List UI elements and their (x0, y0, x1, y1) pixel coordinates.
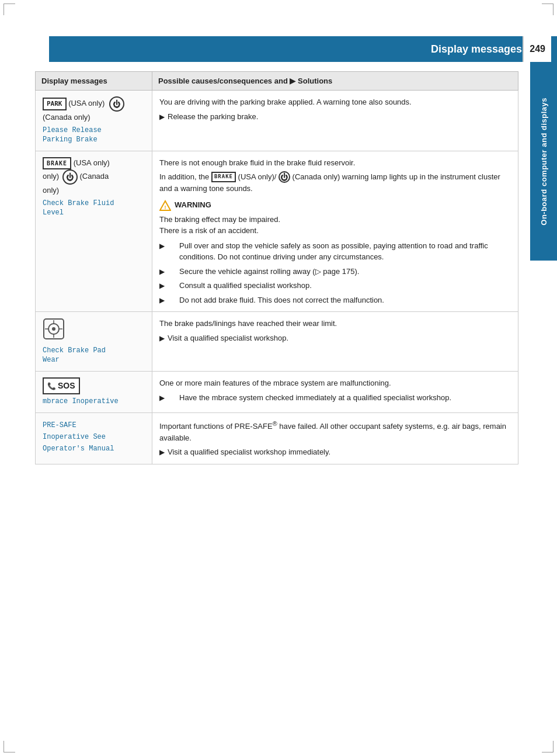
table-row: Check Brake PadWear The brake pads/linin… (36, 312, 518, 372)
warning-triangle-icon: ! (159, 200, 171, 211)
brake-bullet-2: ▶ Secure the vehicle against rolling awa… (159, 266, 511, 278)
brake-bullet-1: ▶ Pull over and stop the vehicle safely … (159, 240, 511, 263)
warning-block: ! WARNING (159, 199, 511, 211)
brake-inline-badge: BRAKE (211, 172, 236, 182)
park-canada-label: (Canada only) (43, 113, 90, 122)
brake-only-label: only) (43, 172, 59, 181)
park-usa-label: (USA only) (68, 99, 105, 107)
arrow-icon: ▶ (159, 280, 165, 291)
presafe-solutions-cell: Important functions of PRE-SAFE® have fa… (152, 413, 518, 464)
table-row: 📞 SOS mbrace Inoperative One or more mai… (36, 372, 518, 413)
sos-desc: One or more main features of the mbrace … (159, 377, 511, 389)
brake-bullet-3: ▶ Consult a qualified specialist worksho… (159, 280, 511, 292)
display-messages-table: Display messages Possible causes/consequ… (35, 71, 518, 464)
brake-inline-circle (278, 171, 290, 183)
brake-usa-label: (USA only) (74, 158, 110, 167)
brake-pad-bullet-text-1: Visit a qualified specialist workshop. (168, 332, 288, 344)
brake-desc-1: There is not enough brake fluid in the b… (159, 157, 511, 169)
brake-bullet-4: ▶ Do not add brake fluid. This does not … (159, 294, 511, 306)
brake-pad-desc: The brake pads/linings have reached thei… (159, 318, 511, 330)
sos-solutions-cell: One or more main features of the mbrace … (152, 372, 518, 413)
display-msg-cell: PARK (USA only) (Canada only) Please Rel… (36, 91, 152, 151)
side-tab: On-board computer and displays (530, 62, 557, 261)
brake-pad-svg-icon (43, 318, 65, 340)
trim-mark-tl (4, 4, 15, 15)
presafe-desc: Important functions of PRE-SAFE® have fa… (159, 419, 511, 443)
brake-only2-label: only) (43, 186, 59, 195)
header-bar: Display messages 249 (49, 36, 557, 62)
arrow-icon: ▶ (159, 112, 165, 122)
arrow-icon: ▶ (159, 241, 165, 251)
presafe-display-cell: PRE-SAFEInoperative SeeOperator's Manual (36, 413, 152, 464)
brake-pad-solutions-cell: The brake pads/linings have reached thei… (152, 312, 518, 372)
trim-mark-bl (4, 741, 15, 752)
park-bullet-1: ▶ Release the parking brake. (159, 111, 511, 123)
brake-pad-bullet-1: ▶ Visit a qualified specialist workshop. (159, 332, 511, 344)
brake-badge: BRAKE (43, 157, 71, 169)
svg-point-4 (52, 327, 55, 331)
brake-canada-label: (Canada (79, 172, 109, 181)
sos-code: mbrace Inoperative (43, 397, 145, 407)
brake-bullet-text-4: Do not add brake fluid. This does not co… (168, 294, 384, 306)
arrow-icon: ▶ (159, 447, 165, 457)
table-row: PARK (USA only) (Canada only) Please Rel… (36, 91, 518, 151)
table-row: PRE-SAFEInoperative SeeOperator's Manual… (36, 413, 518, 464)
park-bullet-text-1: Release the parking brake. (168, 111, 258, 123)
brake-code: Check Brake FluidLevel (43, 199, 145, 219)
sos-label: SOS (58, 380, 75, 392)
sos-bullet-text-1: Have the mbrace system checked immediate… (168, 392, 451, 404)
warning-text-2: There is a risk of an accident. (159, 225, 511, 237)
arrow-icon: ▶ (159, 393, 165, 403)
brake-pad-icon-wrap (43, 318, 145, 344)
col1-header: Display messages (36, 72, 152, 91)
sos-badge-wrap: 📞 SOS (43, 377, 145, 394)
col2-header: Possible causes/consequences and ▶ Solut… (152, 72, 518, 91)
presafe-msg: PRE-SAFEInoperative SeeOperator's Manual (43, 421, 114, 453)
sos-bullet-1: ▶ Have the mbrace system checked immedia… (159, 392, 511, 404)
page-number: 249 (523, 36, 551, 62)
header-title: Display messages (431, 43, 522, 56)
table-header-row: Display messages Possible causes/consequ… (36, 72, 518, 91)
brake-pad-code: Check Brake PadWear (43, 346, 145, 366)
park-solutions-cell: You are driving with the parking brake a… (152, 91, 518, 151)
arrow-icon: ▶ (159, 333, 165, 344)
side-tab-label: On-board computer and displays (539, 98, 548, 226)
sos-display-cell: 📞 SOS mbrace Inoperative (36, 372, 152, 413)
brake-solutions-cell: There is not enough brake fluid in the b… (152, 151, 518, 312)
park-code: Please ReleaseParking Brake (43, 126, 145, 145)
park-badge: PARK (43, 98, 67, 111)
brake-display-msg-cell: BRAKE (USA only) only) (Canada only) Che… (36, 151, 152, 312)
park-circle-icon (109, 96, 124, 112)
warning-label: WARNING (175, 199, 211, 211)
brake-pad-display-cell: Check Brake PadWear (36, 312, 152, 372)
arrow-icon: ▶ (159, 295, 165, 306)
park-description: You are driving with the parking brake a… (159, 96, 511, 108)
trim-mark-tr (542, 4, 553, 15)
phone-icon: 📞 (47, 381, 56, 391)
warning-text-1: The braking effect may be impaired. (159, 214, 511, 226)
trim-mark-br (542, 741, 553, 752)
brake-bullet-text-2: Secure the vehicle against rolling away … (168, 266, 359, 278)
sos-badge: 📞 SOS (43, 377, 80, 394)
arrow-icon: ▶ (159, 266, 165, 277)
brake-bullet-text-3: Consult a qualified specialist workshop. (168, 280, 312, 292)
table-row: BRAKE (USA only) only) (Canada only) Che… (36, 151, 518, 312)
presafe-bullet-1: ▶ Visit a qualified specialist workshop … (159, 446, 511, 458)
svg-text:!: ! (165, 204, 166, 210)
brake-bullet-text-1: Pull over and stop the vehicle safely as… (168, 240, 511, 263)
main-content: Display messages Possible causes/consequ… (29, 62, 524, 474)
brake-desc-2: In addition, the BRAKE (USA only)/ (Cana… (159, 171, 511, 195)
brake-circle-icon (62, 169, 78, 185)
presafe-bullet-text-1: Visit a qualified specialist workshop im… (168, 446, 330, 458)
